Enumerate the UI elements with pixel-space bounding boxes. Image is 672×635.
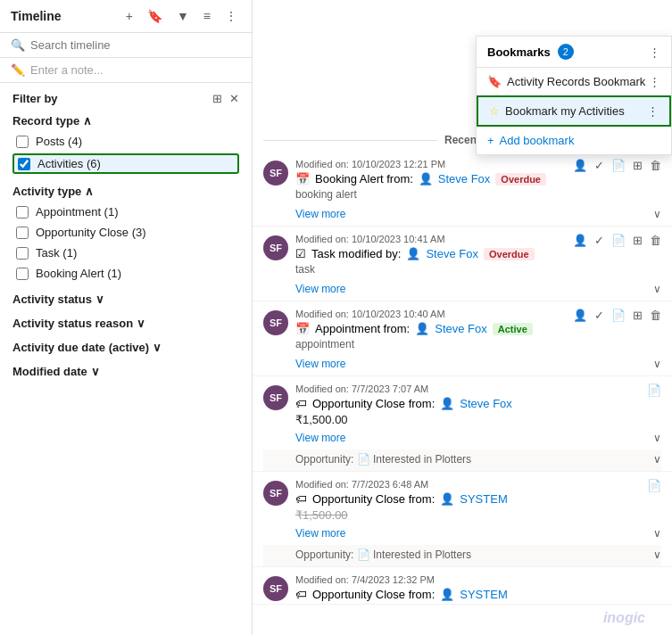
item-title: 🏷 Opportunity Close from: 👤 SYSTEM [295, 588, 661, 601]
filter-icon[interactable]: ⊞ [212, 92, 222, 105]
view-more[interactable]: View more ∨ [263, 279, 661, 301]
doc-action-icon[interactable]: 📄 [647, 383, 661, 397]
activity-status-section: Activity status ∨ [12, 293, 239, 306]
activity-status-label: Activity status [12, 293, 92, 306]
record-type-header[interactable]: Record type ∧ [12, 114, 239, 128]
item-meta: Modified on: 10/10/2023 12:21 PM [295, 159, 566, 169]
activity-due-date-header[interactable]: Activity due date (active) ∨ [12, 341, 239, 354]
item-note: booking alert [295, 188, 566, 201]
person-action-icon[interactable]: 👤 [573, 309, 587, 322]
item-content: Modified on: 10/10/2023 10:41 AM ☑ Task … [295, 234, 566, 279]
item-user: Steve Fox [438, 172, 491, 186]
item-text: Opportunity Close from: [312, 397, 435, 410]
chevron-down-icon: ∨ [653, 283, 661, 295]
booking-checkbox[interactable] [16, 268, 29, 280]
filter-header: Filter by ⊞ ✕ [12, 92, 239, 105]
modified-date-header[interactable]: Modified date ∨ [12, 365, 239, 378]
filter-toggle-button[interactable]: ▼ [173, 7, 193, 25]
chevron-down-icon: ∨ [653, 527, 661, 540]
add-bookmark-button[interactable]: + Add bookmark [477, 127, 671, 154]
item-header: SF Modified on: 10/10/2023 12:21 PM 📅 Bo… [263, 159, 661, 204]
task-label[interactable]: Task (1) [36, 246, 77, 260]
activity-status-header[interactable]: Activity status ∨ [12, 293, 239, 306]
chevron-down-icon: ∨ [653, 432, 661, 444]
search-icon: 🔍 [11, 38, 25, 52]
filter-posts: Posts (4) [12, 133, 239, 150]
opportunity-text: Opportunity: 📄 Interested in Plotters [295, 453, 471, 466]
delete-action-icon[interactable]: 🗑 [650, 309, 661, 322]
item-title: 📅 Appointment from: 👤 Steve Fox Active [295, 322, 566, 335]
user-icon: 👤 [415, 322, 429, 335]
opportunity-chevron[interactable]: ∨ [653, 548, 661, 561]
activity-due-date-label: Activity due date (active) [12, 341, 149, 354]
activity-records-bookmark[interactable]: 🔖 Activity Records Bookmark ⋮ [477, 68, 671, 95]
avatar: SF [263, 161, 288, 186]
doc-action-icon[interactable]: 📄 [647, 479, 661, 492]
user-icon: 👤 [440, 492, 454, 506]
record-type-label: Record type [12, 114, 79, 128]
header-icons: + 🔖 ▼ ≡ ⋮ [122, 7, 241, 25]
filter-appointment: Appointment (1) [12, 203, 239, 220]
activities-label[interactable]: Activities (6) [37, 157, 101, 170]
bookmark-item-more-1[interactable]: ⋮ [649, 75, 660, 88]
timeline-item: SF Modified on: 7/7/2023 6:48 AM 🏷 Oppor… [253, 472, 672, 567]
filter-title: Filter by [12, 92, 58, 105]
view-more[interactable]: View more ∨ [263, 354, 661, 375]
add-button[interactable]: + [122, 7, 137, 25]
item-user: Steve Fox [426, 247, 478, 260]
appointment-label[interactable]: Appointment (1) [36, 205, 119, 219]
task-checkbox[interactable] [16, 247, 29, 260]
recent-label: Recent [444, 134, 480, 146]
posts-label[interactable]: Posts (4) [36, 135, 82, 148]
person-action-icon[interactable]: 👤 [573, 234, 587, 247]
activity-type-chevron: ∧ [85, 185, 94, 198]
bookmark-my-activities[interactable]: ☆ Bookmark my Activities ⋮ [477, 95, 671, 127]
user-icon: 👤 [440, 397, 454, 410]
activity-status-reason-header[interactable]: Activity status reason ∨ [12, 317, 239, 330]
activity-status-reason-section: Activity status reason ∨ [12, 317, 239, 330]
list-view-button[interactable]: ≡ [200, 7, 214, 25]
bookmark-button[interactable]: 🔖 [144, 7, 166, 25]
doc-action-icon[interactable]: 📄 [611, 234, 626, 247]
more-options-button[interactable]: ⋮ [221, 7, 241, 25]
item-meta: Modified on: 7/4/2023 12:32 PM [295, 574, 661, 585]
item-user: SYSTEM [460, 492, 507, 506]
activity-type-header[interactable]: Activity type ∧ [12, 185, 239, 198]
check-action-icon[interactable]: ✓ [594, 309, 604, 322]
view-more[interactable]: View more ∨ [263, 524, 661, 545]
note-bar[interactable]: ✏️ Enter a note... [0, 58, 252, 83]
appointment-checkbox[interactable] [16, 206, 29, 219]
search-input[interactable] [30, 38, 241, 52]
bookmark-item-more-2[interactable]: ⋮ [647, 104, 659, 118]
opportunity-chevron[interactable]: ∨ [653, 453, 661, 466]
delete-action-icon[interactable]: 🗑 [650, 234, 661, 247]
close-filter-icon[interactable]: ✕ [229, 92, 239, 105]
person-action-icon[interactable]: 👤 [573, 159, 587, 172]
doc-action-icon[interactable]: 📄 [611, 159, 626, 172]
view-more[interactable]: View more ∨ [263, 428, 661, 449]
check-action-icon[interactable]: ✓ [594, 234, 604, 247]
table-action-icon[interactable]: ⊞ [633, 159, 643, 172]
booking-label[interactable]: Booking Alert (1) [36, 267, 121, 280]
bookmark-item-label-2: Bookmark my Activities [505, 104, 625, 118]
item-actions: 👤 ✓ 📄 ⊞ 🗑 [573, 234, 661, 247]
avatar: SF [263, 481, 288, 506]
filter-task: Task (1) [12, 244, 239, 261]
table-action-icon[interactable]: ⊞ [633, 234, 643, 247]
item-icon: 📅 [295, 322, 310, 335]
view-more[interactable]: View more ∨ [263, 204, 661, 226]
activities-checkbox[interactable] [18, 158, 30, 170]
table-action-icon[interactable]: ⊞ [633, 309, 643, 322]
item-text: Opportunity Close from: [312, 492, 435, 506]
opportunity-label[interactable]: Opportunity Close (3) [36, 226, 146, 239]
posts-checkbox[interactable] [16, 136, 29, 148]
avatar: SF [263, 576, 288, 601]
check-action-icon[interactable]: ✓ [594, 159, 604, 172]
doc-action-icon[interactable]: 📄 [611, 309, 626, 322]
opportunity-checkbox[interactable] [16, 227, 29, 239]
filter-booking-alert: Booking Alert (1) [12, 265, 239, 282]
chevron-down-icon: ∨ [653, 208, 661, 220]
item-actions: 👤 ✓ 📄 ⊞ 🗑 [573, 159, 661, 172]
bookmarks-more-icon[interactable]: ⋮ [649, 45, 660, 59]
delete-action-icon[interactable]: 🗑 [650, 159, 661, 172]
